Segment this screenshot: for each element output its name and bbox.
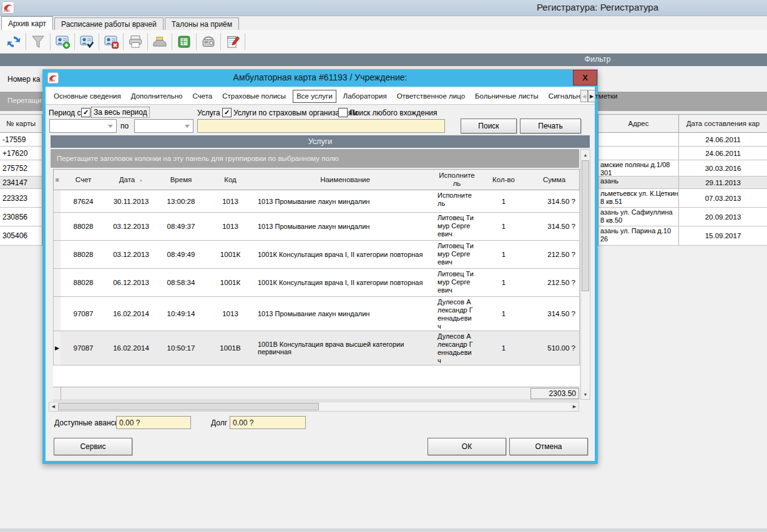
cash-tray-icon <box>152 34 167 49</box>
service-sum-cell: 314.50 ? <box>529 190 580 213</box>
tab-scroll-left-button[interactable]: ◀ <box>580 90 588 102</box>
service-code-cell: 1001К <box>206 241 255 269</box>
any-match-label[interactable]: Поиск любого вхождения <box>349 109 437 117</box>
grid-column-header[interactable]: Наименование <box>255 169 436 190</box>
service-row[interactable]: ▶9708716.02.201410:50:171001В1001В Консу… <box>53 331 579 365</box>
period-to-combo[interactable] <box>134 119 193 133</box>
scroll-left-icon[interactable]: ◀ <box>49 402 57 411</box>
grid-column-header[interactable]: Счет <box>61 169 107 190</box>
edit-card-button[interactable] <box>76 32 98 52</box>
period-from-combo[interactable] <box>49 119 117 133</box>
dialog-close-button[interactable]: X <box>573 70 597 85</box>
card-number-cell: 234147 <box>0 177 42 188</box>
phone-icon <box>201 34 216 49</box>
horizontal-scrollbar-thumb[interactable] <box>58 403 319 410</box>
service-date-cell: 06.12.2013 <box>106 269 157 297</box>
printer-icon <box>128 34 143 49</box>
column-header-card-number[interactable]: № карты <box>0 115 42 132</box>
service-time-cell: 13:00:28 <box>156 190 207 213</box>
grid-column-header[interactable]: Время <box>156 169 207 190</box>
print-button[interactable] <box>124 32 147 52</box>
search-button[interactable]: Поиск <box>461 118 517 133</box>
dialog-tab[interactable]: Больничные листы <box>472 90 542 102</box>
service-name-cell: 1013 Промывание лакун миндалин <box>255 190 436 213</box>
window-titlebar: АМ+ Регистратура: Регистратура <box>0 0 767 16</box>
tab-scroll-right-button[interactable]: ▶ <box>588 90 595 102</box>
refresh-icon <box>6 34 22 49</box>
address-cell: азань ул. Сафиуллина8 кв.50 <box>598 208 679 226</box>
dialog-tab[interactable]: Основные сведения <box>51 90 124 102</box>
column-header-card-date[interactable]: Дата составления кар <box>679 115 767 132</box>
excel-export-button[interactable] <box>173 32 195 52</box>
print-services-button[interactable]: Печать <box>520 118 581 133</box>
scroll-right-icon[interactable]: ▶ <box>570 402 579 411</box>
card-date-cell: 24.06.2011 <box>679 147 767 160</box>
card-date-cell: 20.09.2013 <box>679 208 767 226</box>
delete-card-icon <box>104 34 119 49</box>
service-name-cell: 1013 Промывание лакун миндалин <box>255 213 436 241</box>
cash-tray-button[interactable] <box>149 32 171 52</box>
service-row[interactable]: 8802803.12.201308:49:491001К1001К Консул… <box>53 241 579 269</box>
service-row[interactable]: 8802803.12.201308:49:3710131013 Промыван… <box>53 213 579 241</box>
service-code-cell: 1013 <box>206 297 255 331</box>
grid-column-header[interactable]: Исполнитель <box>436 169 479 190</box>
main-tab[interactable]: Расписание работы врачей <box>54 17 164 30</box>
scroll-up-icon[interactable]: ▲ <box>581 150 590 160</box>
service-executor-cell: Дулесов Александр Геннадьевич <box>436 331 479 365</box>
grid-column-header[interactable]: Код <box>206 169 255 190</box>
dialog-tab[interactable]: Счета <box>190 90 216 102</box>
grid-column-header[interactable]: Кол-во <box>478 169 530 190</box>
service-date-cell: 03.12.2013 <box>106 213 157 241</box>
ok-button[interactable]: ОК <box>427 438 506 455</box>
service-menu-button[interactable]: Сервис <box>54 438 132 455</box>
dialog-tab-bar: Основные сведенияДополнительноСчетаСтрах… <box>46 88 595 105</box>
dialog-tab[interactable]: Все услуги <box>293 90 336 103</box>
insurance-services-checkbox[interactable]: ✓ <box>222 108 232 117</box>
toolbar-separator <box>123 33 124 51</box>
column-header-address[interactable]: Адрес <box>598 115 679 132</box>
main-tab[interactable]: Талоны на приём <box>165 17 239 30</box>
horizontal-scrollbar[interactable]: ◀ ▶ <box>49 402 579 412</box>
card-number-cell: 275752 <box>0 160 42 176</box>
dialog-border-right <box>595 87 598 464</box>
phone-button[interactable] <box>197 32 220 52</box>
edit-card-icon <box>79 34 95 49</box>
service-search-input[interactable] <box>197 119 445 133</box>
service-code-cell: 1001К <box>206 269 255 297</box>
service-executor-cell: Литовец Тимур Сергеевич <box>436 241 479 269</box>
services-band: Услуги <box>51 135 590 148</box>
service-row[interactable]: 8762430.11.201313:00:2810131013 Промыван… <box>53 190 579 213</box>
delete-card-button[interactable] <box>100 32 122 52</box>
dialog-tab[interactable]: Страховые полисы <box>219 90 289 102</box>
background-group-hint: Перетащит <box>7 97 45 104</box>
scroll-down-icon[interactable]: ▼ <box>581 389 590 399</box>
notes-button[interactable] <box>222 32 244 52</box>
dialog-tab[interactable]: Дополнительно <box>128 90 186 102</box>
vertical-scrollbar-thumb[interactable] <box>582 160 589 291</box>
service-account-cell: 87624 <box>61 190 107 213</box>
refresh-button[interactable] <box>2 32 25 52</box>
dialog-tab[interactable]: Лаборатория <box>340 90 390 102</box>
vertical-scrollbar[interactable]: ▲ ▼ <box>580 149 590 400</box>
service-executor-cell: Литовец Тимур Сергеевич <box>436 213 479 241</box>
service-sum-cell: 314.50 ? <box>529 213 580 241</box>
service-qty-cell: 1 <box>478 297 530 331</box>
advances-input[interactable] <box>116 416 191 429</box>
filter-funnel-icon <box>31 34 46 49</box>
grid-column-header[interactable]: Дата▲ <box>106 169 157 190</box>
whole-period-checkbox[interactable]: ✓ <box>81 108 90 117</box>
any-match-checkbox[interactable] <box>338 108 348 117</box>
grid-column-header[interactable]: Сумма <box>529 169 580 190</box>
dialog-tab[interactable]: Ответственное лицо <box>394 90 468 102</box>
address-cell <box>598 147 679 160</box>
service-row[interactable]: 8802806.12.201308:58:341001К1001К Консул… <box>53 269 579 297</box>
services-grid-empty-area <box>53 365 579 387</box>
debt-input[interactable] <box>230 416 306 429</box>
main-tab[interactable]: Архив карт <box>1 16 53 30</box>
cancel-button[interactable]: Отмена <box>509 438 588 455</box>
service-name-cell: 1001К Консультация врача I, II категории… <box>255 269 436 297</box>
service-row[interactable]: 9708716.02.201410:49:1410131013 Промыван… <box>53 297 579 331</box>
filter-button[interactable] <box>27 32 49 52</box>
whole-period-label[interactable]: За весь период <box>94 108 147 117</box>
add-card-button[interactable] <box>51 32 74 52</box>
